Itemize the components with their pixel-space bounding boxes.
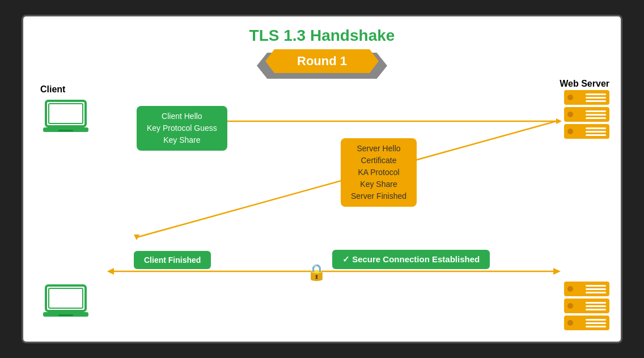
- client-finished-box: Client Finished: [134, 251, 211, 269]
- client-hello-line3: Key Share: [163, 135, 200, 144]
- server-lines-3: [586, 127, 606, 136]
- main-area: Client Client Hello Key Protocol Guess K…: [23, 79, 621, 342]
- server-hello-box: Server Hello Certificate KA Protocol Key…: [341, 138, 417, 207]
- server-unit-2: [564, 107, 609, 122]
- server-hello-line5: Server Finished: [351, 191, 406, 201]
- server-label: Web Server: [560, 79, 609, 89]
- client-hello-line1: Client Hello: [162, 112, 202, 121]
- client-finished-label: Client Finished: [144, 255, 201, 265]
- server-led-5: [567, 303, 573, 309]
- server-led-4: [567, 286, 573, 292]
- client-hello-line2: Key Protocol Guess: [147, 123, 217, 133]
- server-unit-6: [564, 316, 609, 330]
- client-section-top: Client: [40, 84, 91, 140]
- arrows-svg: [23, 79, 621, 342]
- client-hello-box: Client Hello Key Protocol Guess Key Shar…: [137, 106, 227, 151]
- server-unit-1: [564, 90, 609, 105]
- round-banner: Round 1: [265, 49, 379, 73]
- svg-rect-12: [49, 288, 83, 308]
- client-laptop-icon: [40, 98, 91, 138]
- server-unit-4: [564, 282, 609, 296]
- server-hello-line1: Server Hello: [357, 144, 401, 153]
- page-title: TLS 1.3 Handshake: [23, 16, 621, 47]
- server-lines-2: [586, 110, 606, 119]
- client-section-bottom: [40, 283, 91, 325]
- svg-marker-5: [553, 268, 561, 275]
- server-hello-line3: KA Protocol: [358, 168, 399, 177]
- svg-marker-1: [556, 118, 562, 124]
- client-laptop-icon-2: [40, 283, 91, 322]
- server-lines-6: [586, 319, 606, 327]
- server-hello-line4: Key Share: [360, 180, 397, 189]
- server-lines-4: [586, 285, 606, 293]
- svg-marker-3: [134, 235, 139, 240]
- server-unit-5: [564, 299, 609, 313]
- server-hello-line2: Certificate: [361, 156, 397, 165]
- server-led-1: [567, 95, 573, 100]
- server-lines-1: [586, 93, 606, 102]
- server-rack-bottom: [564, 282, 609, 330]
- svg-rect-8: [49, 104, 83, 123]
- banner-area: Round 1: [23, 49, 621, 73]
- server-unit-3: [564, 124, 609, 139]
- svg-rect-10: [58, 130, 73, 131]
- server-rack-top: [564, 90, 609, 139]
- lock-icon: 🔒: [307, 263, 327, 282]
- secure-connection-box: ✓ Secure Connection Established: [332, 250, 490, 269]
- client-label: Client: [40, 84, 91, 95]
- svg-rect-14: [58, 314, 73, 316]
- server-led-6: [567, 320, 573, 326]
- server-led-2: [567, 112, 573, 117]
- server-led-3: [567, 129, 573, 134]
- svg-marker-6: [107, 268, 114, 275]
- secure-connection-label: ✓ Secure Connection Established: [342, 254, 480, 264]
- diagram-container: TLS 1.3 Handshake Round 1 Client: [22, 15, 622, 343]
- server-lines-5: [586, 302, 606, 310]
